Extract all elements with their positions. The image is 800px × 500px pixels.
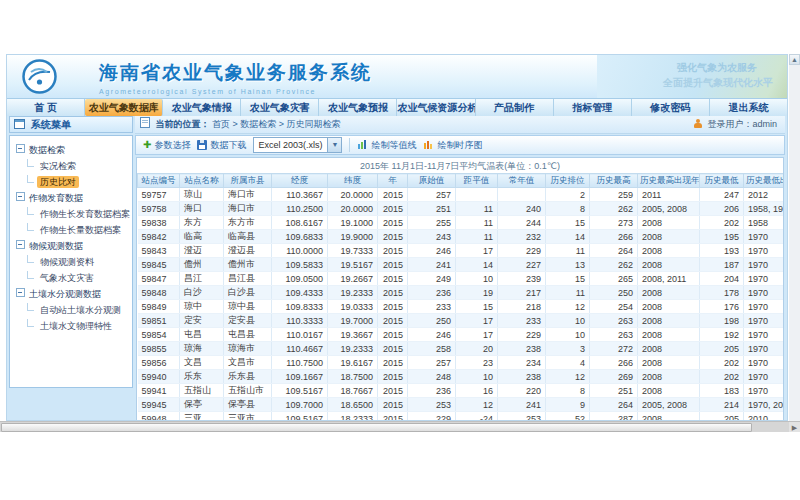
nav-item-8[interactable]: 修改密码 bbox=[632, 99, 710, 116]
column-header-1[interactable]: 站点名称 bbox=[180, 174, 224, 188]
table-row[interactable]: 59945保亭保亭县109.700018.6500201525312241926… bbox=[138, 398, 785, 412]
cell: 19.9000 bbox=[328, 230, 378, 244]
cell: 1970 bbox=[744, 230, 785, 244]
collapse-icon[interactable] bbox=[16, 144, 25, 153]
cell: 236 bbox=[408, 384, 456, 398]
cell: 15 bbox=[546, 272, 590, 286]
column-header-8[interactable]: 常年值 bbox=[498, 174, 546, 188]
column-header-7[interactable]: 距平值 bbox=[456, 174, 498, 188]
table-row[interactable]: 59842临高临高县109.683319.9000201524311232142… bbox=[138, 230, 785, 244]
table-row[interactable]: 59847昌江昌江县109.050019.2667201524910239152… bbox=[138, 272, 785, 286]
cell: 12 bbox=[546, 370, 590, 384]
column-header-11[interactable]: 历史最高出现年份 bbox=[638, 174, 700, 188]
column-header-13[interactable]: 历史最低出现年份 bbox=[744, 174, 785, 188]
cell: 218 bbox=[498, 300, 546, 314]
tree-node-1[interactable]: 作物发育数据 bbox=[10, 190, 132, 206]
horizontal-scrollbar[interactable] bbox=[0, 421, 789, 432]
nav-item-3[interactable]: 农业气象灾害 bbox=[241, 99, 319, 116]
chevron-down-icon[interactable]: ▼ bbox=[327, 138, 341, 152]
nav-item-2[interactable]: 农业气象情报 bbox=[163, 99, 241, 116]
tree-connector bbox=[27, 159, 34, 167]
tree-leaf-3-0[interactable]: 自动站土壤水分观测 bbox=[10, 302, 132, 318]
column-header-3[interactable]: 经度 bbox=[272, 174, 328, 188]
data-download-button[interactable]: 数据下载 bbox=[197, 139, 246, 152]
tree-leaf-0-1[interactable]: 历史比对 bbox=[10, 174, 132, 190]
column-header-10[interactable]: 历史最高 bbox=[590, 174, 638, 188]
table-row[interactable]: 59940乐东乐东县109.166718.7500201524810238122… bbox=[138, 370, 785, 384]
tree-leaf-1-1[interactable]: 作物生长量数据档案 bbox=[10, 222, 132, 238]
cell: 3 bbox=[546, 342, 590, 356]
tree-node-3[interactable]: 土壤水分观测数据 bbox=[10, 286, 132, 302]
vertical-scrollbar[interactable]: ▲ bbox=[789, 54, 800, 421]
table-row[interactable]: 59843澄迈澄迈县110.000019.7333201524617229112… bbox=[138, 244, 785, 258]
breadcrumb[interactable]: 首页 > 数据检索 > 历史同期检索 bbox=[212, 119, 341, 129]
table-row[interactable]: 59948三亚三亚市109.516718.23332015229-2425352… bbox=[138, 412, 785, 422]
nav-item-4[interactable]: 农业气象预报 bbox=[319, 99, 397, 116]
collapse-icon[interactable] bbox=[16, 240, 25, 249]
scroll-right-arrow-icon[interactable]: ▶ bbox=[789, 421, 800, 432]
cell: 243 bbox=[408, 230, 456, 244]
cell: 287 bbox=[590, 412, 638, 422]
tree-leaf-1-0[interactable]: 作物生长发育数据档案 bbox=[10, 206, 132, 222]
table-row[interactable]: 59851定安定安县110.333319.7000201525017233102… bbox=[138, 314, 785, 328]
cell: 1970 bbox=[744, 342, 785, 356]
tree-leaf-0-0[interactable]: 实况检索 bbox=[10, 158, 132, 174]
cell: 263 bbox=[590, 328, 638, 342]
cell: 文昌市 bbox=[224, 356, 272, 370]
table-row[interactable]: 59838东方东方市108.616719.1000201525511244152… bbox=[138, 216, 785, 230]
column-header-5[interactable]: 年 bbox=[378, 174, 408, 188]
cell: 9 bbox=[546, 398, 590, 412]
cell: 2015 bbox=[378, 356, 408, 370]
scroll-up-arrow-icon[interactable]: ▲ bbox=[789, 54, 800, 65]
nav-item-0[interactable]: 首 页 bbox=[7, 99, 85, 116]
tree-node-0[interactable]: 数据检索 bbox=[10, 142, 132, 158]
collapse-icon[interactable] bbox=[16, 192, 25, 201]
app-logo-icon bbox=[21, 58, 58, 95]
cell: 234 bbox=[498, 356, 546, 370]
table-row[interactable]: 59854屯昌屯昌县110.016719.3667201524617229102… bbox=[138, 328, 785, 342]
cell: 17 bbox=[456, 314, 498, 328]
tree-leaf-2-0[interactable]: 物候观测资料 bbox=[10, 254, 132, 270]
nav-item-6[interactable]: 产品制作 bbox=[476, 99, 554, 116]
table-row[interactable]: 59758海口海口市110.250020.0000201525111240826… bbox=[138, 202, 785, 216]
tree-leaf-3-1[interactable]: 土壤水文物理特性 bbox=[10, 318, 132, 334]
table-row[interactable]: 59856文昌文昌市110.750019.6167201525723234426… bbox=[138, 356, 785, 370]
parameter-select-button[interactable]: ✚ 参数选择 bbox=[143, 139, 190, 152]
column-header-4[interactable]: 纬度 bbox=[328, 174, 378, 188]
nav-item-1[interactable]: 农业气象数据库 bbox=[85, 99, 163, 116]
table-row[interactable]: 59849琼中琼中县109.833319.0333201523315218122… bbox=[138, 300, 785, 314]
cell: 110.0167 bbox=[272, 328, 328, 342]
collapse-icon[interactable] bbox=[16, 288, 25, 297]
draw-timeseries-button[interactable]: 绘制时序图 bbox=[423, 139, 482, 152]
results-table-panel: 2015年 11月1日-11月7日平均气温表(单位：0.1℃) 站点编号站点名称… bbox=[136, 157, 784, 421]
cell: 1970 bbox=[744, 328, 785, 342]
cell: 15 bbox=[546, 216, 590, 230]
draw-timeseries-label: 绘制时序图 bbox=[437, 139, 482, 152]
tree-node-2[interactable]: 物候观测数据 bbox=[10, 238, 132, 254]
table-row[interactable]: 59941五指山五指山市109.516718.76672015236162208… bbox=[138, 384, 785, 398]
cell: 204 bbox=[700, 272, 744, 286]
cell: 266 bbox=[590, 230, 638, 244]
cell: 保亭县 bbox=[224, 398, 272, 412]
horizontal-scrollbar-thumb[interactable] bbox=[1, 423, 752, 432]
cell: 109.5833 bbox=[272, 258, 328, 272]
table-row[interactable]: 59845儋州儋州市109.583319.5167201524114227132… bbox=[138, 258, 785, 272]
export-format-select[interactable]: Excel 2003(.xls) ▼ bbox=[253, 137, 342, 153]
table-row[interactable]: 59848白沙白沙县109.433319.2333201523619217112… bbox=[138, 286, 785, 300]
nav-item-7[interactable]: 指标管理 bbox=[554, 99, 632, 116]
nav-item-9[interactable]: 退出系统 bbox=[710, 99, 787, 116]
cell: 2012 bbox=[744, 188, 785, 202]
table-row[interactable]: 59757琼山海口市110.366720.0000201525722592011… bbox=[138, 188, 785, 202]
cell: 59843 bbox=[138, 244, 180, 258]
column-header-0[interactable]: 站点编号 bbox=[138, 174, 180, 188]
cell: 259 bbox=[590, 188, 638, 202]
draw-isoline-button[interactable]: 绘制等值线 bbox=[357, 139, 416, 152]
column-header-6[interactable]: 原始值 bbox=[408, 174, 456, 188]
table-row[interactable]: 59855琼海琼海市110.466719.2333201525820238327… bbox=[138, 342, 785, 356]
tree-leaf-2-1[interactable]: 气象水文灾害 bbox=[10, 270, 132, 286]
nav-item-5[interactable]: 农业气候资源分析 bbox=[397, 99, 475, 116]
cell: 乐东县 bbox=[224, 370, 272, 384]
column-header-2[interactable]: 所属市县 bbox=[224, 174, 272, 188]
column-header-12[interactable]: 历史最低 bbox=[700, 174, 744, 188]
column-header-9[interactable]: 历史排位 bbox=[546, 174, 590, 188]
